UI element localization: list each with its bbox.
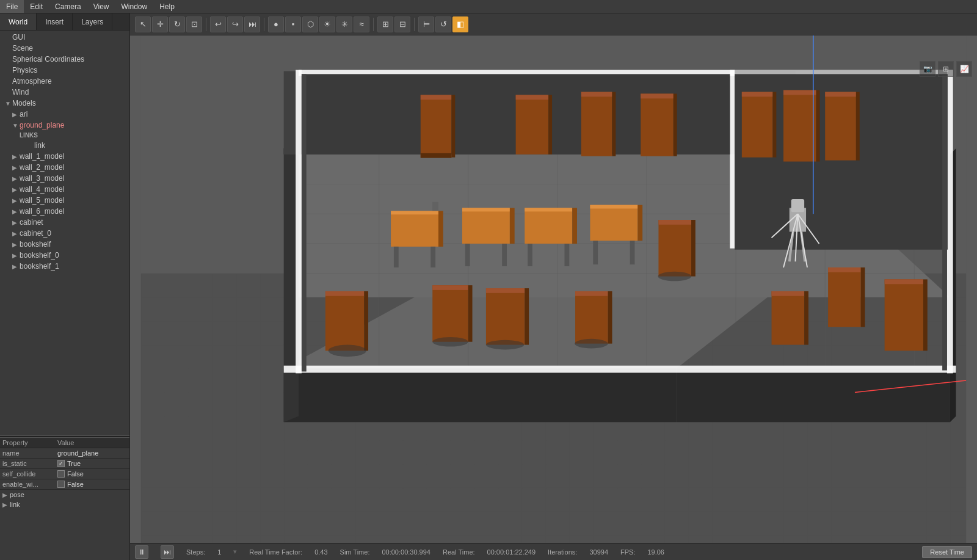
menu-file[interactable]: File	[0, 0, 24, 13]
rtf-value: 0.43	[314, 548, 327, 556]
tree-item-link[interactable]: link	[0, 140, 129, 151]
tree-item-wall6[interactable]: ▶ wall_6_model	[0, 206, 129, 217]
bookshelf-6	[783, 90, 816, 162]
box-btn[interactable]: ▪	[285, 16, 301, 32]
enablewi-text: False	[67, 481, 84, 488]
menu-camera[interactable]: Camera	[49, 0, 87, 13]
tree-label: cabinet	[20, 218, 43, 227]
tree-label: cabinet_0	[20, 229, 51, 238]
room-south-base	[284, 369, 677, 423]
screenshot-icon-btn[interactable]: 📷	[920, 61, 935, 77]
align-btn[interactable]: ⊨	[418, 16, 434, 32]
plot-icon-btn[interactable]: 📈	[956, 61, 972, 77]
tree-label: ari	[20, 110, 27, 118]
layout-icon-btn[interactable]: ⊞	[938, 61, 954, 77]
tab-world[interactable]: World	[0, 13, 37, 30]
prop-enablewi-row: enable_wi... False	[0, 479, 129, 490]
realtime-label: Real Time:	[443, 548, 475, 556]
translate-tool-btn[interactable]: ✛	[152, 16, 168, 32]
tree-item-cabinet[interactable]: ▶ cabinet	[0, 217, 129, 228]
tree-label: bookshelf	[20, 240, 51, 249]
svg-rect-18	[516, 95, 549, 100]
menu-edit[interactable]: Edit	[24, 0, 49, 13]
tab-insert[interactable]: Insert	[37, 13, 73, 30]
divider-wall	[730, 70, 735, 249]
tree-item-atmosphere[interactable]: Atmosphere	[0, 76, 129, 87]
svg-rect-26	[783, 90, 816, 95]
tree-item-bookshelf1[interactable]: ▶ bookshelf_1	[0, 261, 129, 272]
rotate-tool-btn[interactable]: ↻	[169, 16, 185, 32]
svg-rect-31	[438, 211, 443, 246]
statusbar: ⏸ ⏭ Steps: 1 ▾ Real Time Factor: 0.43 Si…	[130, 543, 977, 560]
redo-btn[interactable]: ↪	[227, 16, 243, 32]
svg-rect-27	[816, 90, 820, 162]
property-header: Property Value	[0, 438, 129, 448]
pause-btn[interactable]: ⏸	[135, 545, 148, 559]
spotlight-btn[interactable]: ✳	[336, 16, 352, 32]
paste-btn[interactable]: ⊟	[394, 16, 410, 32]
cylinder-btn[interactable]: ⬡	[302, 16, 318, 32]
tree-label: GUI	[12, 33, 25, 42]
step-fwd-btn[interactable]: ⏭	[244, 16, 260, 32]
table-4	[590, 205, 637, 241]
svg-point-73	[575, 339, 608, 349]
step-btn[interactable]: ⏭	[161, 545, 174, 559]
scale-tool-btn[interactable]: ⊡	[186, 16, 202, 32]
tree-item-wall2[interactable]: ▶ wall_2_model	[0, 162, 129, 173]
tree-item-scene[interactable]: Scene	[0, 43, 129, 54]
tree-label: Physics	[12, 66, 37, 75]
sphere-btn[interactable]: ●	[268, 16, 284, 32]
menu-view[interactable]: View	[87, 0, 115, 13]
scene-3d[interactable]: 📷 ⊞ 📈	[130, 35, 977, 543]
orange-tool-btn[interactable]: ◧	[452, 16, 468, 32]
prop-selfcollide-label: self_collide	[2, 470, 57, 478]
tab-layers[interactable]: Layers	[73, 13, 112, 30]
prop-pose-expand[interactable]: ▶ pose	[0, 490, 129, 500]
menu-help[interactable]: Help	[153, 0, 181, 13]
reset-view-btn[interactable]: ↺	[435, 16, 451, 32]
table-2	[462, 208, 510, 244]
tree-label: wall_1_model	[20, 152, 64, 161]
tree-item-ari[interactable]: ▶ ari	[0, 109, 129, 120]
tree-item-models[interactable]: ▼ Models	[0, 98, 129, 109]
tree-item-ground-plane[interactable]: ▼ ground_plane	[0, 120, 129, 131]
enablewi-checkbox[interactable]	[57, 481, 65, 488]
pointlight-btn[interactable]: ☀	[319, 16, 335, 32]
tree-item-wall1[interactable]: ▶ wall_1_model	[0, 151, 129, 162]
tree-item-physics[interactable]: Physics	[0, 65, 129, 76]
selfcollide-checkbox[interactable]	[57, 470, 65, 478]
svg-rect-24	[742, 92, 773, 97]
link-expand-label: link	[10, 501, 20, 508]
svg-rect-59	[828, 267, 861, 272]
tree-arrow: ▼	[12, 122, 20, 129]
dirlight-btn[interactable]: ≈	[354, 16, 369, 32]
pedestal-2	[432, 285, 468, 342]
tree-item-spherical[interactable]: Spherical Coordinates	[0, 54, 129, 65]
undo-btn[interactable]: ↩	[210, 16, 226, 32]
isstatic-checkbox[interactable]: ✓	[57, 460, 65, 467]
tree-arrow: ▶	[12, 164, 20, 171]
svg-point-71	[432, 337, 468, 347]
svg-rect-36	[510, 208, 515, 244]
tree-item-wall5[interactable]: ▶ wall_5_model	[0, 195, 129, 206]
table-1	[391, 211, 438, 246]
svg-rect-28	[825, 92, 856, 97]
tree-item-gui[interactable]: GUI	[0, 32, 129, 43]
tree-item-wall3[interactable]: ▶ wall_3_model	[0, 173, 129, 184]
svg-point-70	[329, 345, 366, 357]
tree-item-wind[interactable]: Wind	[0, 87, 129, 98]
tree-arrow: ▶	[12, 153, 20, 160]
svg-rect-62	[923, 279, 928, 351]
copy-btn[interactable]: ⊞	[377, 16, 393, 32]
tree-item-cabinet0[interactable]: ▶ cabinet_0	[0, 228, 129, 239]
select-tool-btn[interactable]: ↖	[135, 16, 151, 32]
tree-item-wall4[interactable]: ▶ wall_4_model	[0, 184, 129, 195]
svg-rect-20	[581, 92, 612, 97]
tree-item-bookshelf[interactable]: ▶ bookshelf	[0, 239, 129, 250]
menu-window[interactable]: Window	[115, 0, 154, 13]
pedestal-5	[658, 220, 691, 277]
prop-link-expand[interactable]: ▶ link	[0, 500, 129, 509]
tree-item-bookshelf0[interactable]: ▶ bookshelf_0	[0, 250, 129, 261]
reset-time-button[interactable]: Reset Time	[922, 546, 972, 558]
pose-expand-arrow-icon: ▶	[2, 492, 10, 498]
